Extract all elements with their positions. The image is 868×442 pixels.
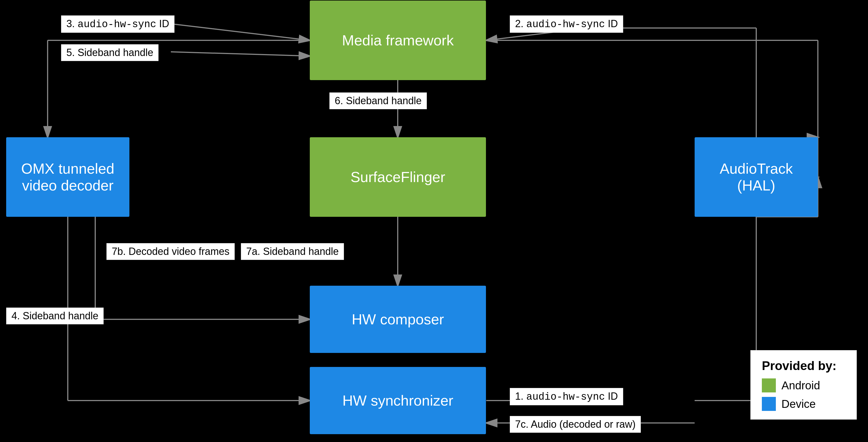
media-framework-box: Media framework [310,1,486,80]
surface-flinger-label: SurfaceFlinger [350,169,445,185]
label-1-mono: audio-hw-sync [526,391,605,403]
label-1-audio-hw-sync: 1. audio-hw-sync ID [510,388,623,405]
label-3-audio-hw-sync: 3. audio-hw-sync ID [61,15,175,33]
label-7b-text: 7b. Decoded video frames [112,246,229,257]
label-7a-text: 7a. Sideband handle [246,246,339,257]
omx-decoder-box: OMX tunneledvideo decoder [6,137,129,217]
svg-line-3 [171,52,310,56]
hw-synchronizer-box: HW synchronizer [310,367,486,434]
label-4-text: 4. Sideband handle [11,310,98,321]
legend-android-label: Android [781,379,820,392]
svg-line-2 [171,24,310,40]
legend-device-color [762,397,776,411]
audio-track-box: AudioTrack(HAL) [694,137,818,217]
legend-item-device: Device [762,397,845,411]
legend: Provided by: Android Device [750,350,857,419]
label-7c-audio: 7c. Audio (decoded or raw) [510,416,641,433]
label-5-sideband: 5. Sideband handle [61,44,158,61]
label-2-audio-hw-sync: 2. audio-hw-sync ID [510,15,623,33]
legend-device-label: Device [781,398,816,410]
hw-synchronizer-label: HW synchronizer [343,392,454,409]
hw-composer-box: HW composer [310,286,486,353]
label-2-mono: audio-hw-sync [526,19,605,30]
legend-android-color [762,378,776,392]
legend-item-android: Android [762,378,845,392]
label-3-mono: audio-hw-sync [78,19,156,30]
label-6-text: 6. Sideband handle [335,95,422,106]
label-6-sideband: 6. Sideband handle [330,92,427,109]
label-7b-decoded: 7b. Decoded video frames [106,243,235,260]
omx-decoder-label: OMX tunneledvideo decoder [21,160,114,194]
diagram-container: Media framework SurfaceFlinger OMX tunne… [0,0,868,442]
surface-flinger-box: SurfaceFlinger [310,137,486,217]
label-7c-text: 7c. Audio (decoded or raw) [515,418,636,430]
label-4-sideband: 4. Sideband handle [6,308,104,324]
label-5-text: 5. Sideband handle [66,47,153,58]
label-7a-sideband: 7a. Sideband handle [241,243,344,260]
media-framework-label: Media framework [342,32,454,49]
audio-track-label: AudioTrack(HAL) [719,160,793,194]
hw-composer-label: HW composer [352,311,444,328]
legend-title: Provided by: [762,359,845,373]
